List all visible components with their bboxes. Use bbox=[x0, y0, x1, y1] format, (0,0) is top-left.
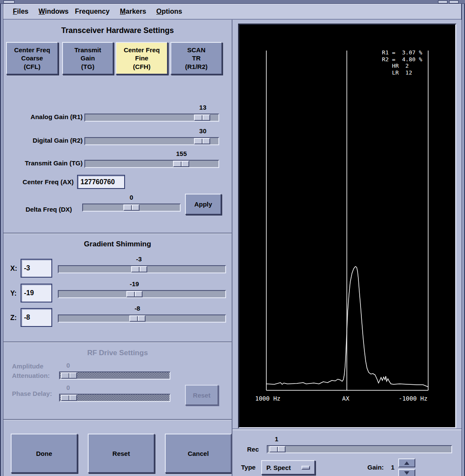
shim-z-slider-thumb[interactable] bbox=[129, 315, 146, 322]
center-freq-label: Center Freq (AX) bbox=[3, 178, 74, 186]
rec-row: Rec 1 bbox=[232, 433, 462, 454]
window-titlebar bbox=[0, 0, 465, 4]
menu-files[interactable]: Files bbox=[13, 8, 28, 15]
amplitude-attenuation-slider bbox=[59, 371, 170, 380]
window-menu-button[interactable] bbox=[3, 0, 15, 3]
analog-gain-slider[interactable] bbox=[84, 114, 219, 122]
section-divider bbox=[3, 233, 232, 234]
spectrum-plot: R1 = 3.07 % R2 = 4.80 % HR 2 LR 12 1000 … bbox=[238, 24, 456, 428]
mode-button-scan-tr[interactable]: SCAN TR (R1/R2) bbox=[170, 42, 222, 75]
analog-gain-label: Analog Gain (R1) bbox=[3, 113, 83, 120]
mode-button-transmit-gain[interactable]: Transmit Gain (TG) bbox=[62, 42, 113, 75]
phase-delay-slider-thumb bbox=[61, 395, 77, 401]
center-freq-input[interactable] bbox=[77, 175, 125, 189]
cancel-button[interactable]: Cancel bbox=[165, 434, 232, 473]
shim-y-label: Y: bbox=[10, 290, 17, 297]
spectrum-canvas bbox=[239, 25, 455, 427]
delta-freq-slider[interactable] bbox=[82, 204, 181, 212]
x-axis-center-label: AX bbox=[342, 395, 349, 402]
shim-y-input[interactable] bbox=[21, 284, 52, 302]
transmit-gain-value: 155 bbox=[176, 150, 187, 157]
amplitude-attenuation-row: Amplitude Attenuation: 0 bbox=[3, 362, 232, 382]
shim-z-slider[interactable] bbox=[58, 314, 226, 323]
rec-slider-thumb[interactable] bbox=[269, 446, 286, 452]
window-frame-left bbox=[0, 4, 3, 476]
plot-controls: Rec 1 Type P. Spect Gain: 1 bbox=[232, 428, 462, 476]
arrow-down-icon bbox=[404, 471, 409, 475]
mode-button-center-freq-coarse[interactable]: Center Freq Coarse (CFL) bbox=[6, 42, 58, 75]
shim-z-value: -8 bbox=[134, 305, 140, 312]
shim-z-input[interactable] bbox=[21, 308, 52, 327]
spectrum-trace bbox=[266, 266, 428, 387]
transmit-gain-slider-thumb[interactable] bbox=[173, 161, 189, 167]
rf-reset-button: Reset bbox=[185, 385, 218, 405]
gradient-shimming-title: Gradient Shimming bbox=[3, 240, 232, 248]
option-menu-indicator-icon bbox=[301, 466, 310, 470]
x-axis-right-label: -1000 Hz bbox=[399, 395, 427, 402]
analog-gain-row: Analog Gain (R1) 13 bbox=[3, 104, 232, 124]
panel-title: Transceiver Hardware Settings bbox=[3, 26, 232, 35]
center-freq-row: Center Freq (AX) bbox=[3, 175, 232, 190]
type-option-menu[interactable]: P. Spect bbox=[261, 460, 315, 475]
analog-gain-value: 13 bbox=[199, 104, 206, 111]
spectrum-panel: R1 = 3.07 % R2 = 4.80 % HR 2 LR 12 1000 … bbox=[232, 20, 462, 476]
gain-label: Gain: bbox=[367, 464, 384, 471]
arrow-up-icon bbox=[404, 461, 409, 465]
shim-y-slider-thumb[interactable] bbox=[126, 291, 143, 297]
digital-gain-value: 30 bbox=[199, 127, 206, 135]
rf-drive-title: RF Drive Settings bbox=[3, 349, 232, 357]
menu-bar: Files Windows Frequency Markers Options bbox=[3, 4, 461, 20]
reset-button[interactable]: Reset bbox=[88, 434, 155, 473]
gain-decrement-button[interactable] bbox=[398, 469, 415, 476]
rec-slider[interactable] bbox=[267, 445, 452, 453]
amplitude-attenuation-value: 0 bbox=[66, 362, 70, 369]
shim-y-slider[interactable] bbox=[58, 290, 226, 298]
gain-value: 1 bbox=[391, 464, 394, 471]
digital-gain-row: Digital Gain (R2) 30 bbox=[3, 127, 232, 148]
apply-button[interactable]: Apply bbox=[185, 194, 221, 215]
transceiver-settings-window: Files Windows Frequency Markers Options … bbox=[0, 0, 465, 476]
amplitude-attenuation-slider-thumb bbox=[61, 372, 77, 379]
delta-freq-slider-thumb[interactable] bbox=[123, 204, 140, 211]
type-selected-value: P. Spect bbox=[266, 464, 291, 471]
digital-gain-slider[interactable] bbox=[84, 137, 219, 145]
shim-x-input[interactable] bbox=[21, 259, 52, 278]
shim-y-value: -19 bbox=[130, 280, 139, 287]
phase-delay-value: 0 bbox=[66, 384, 70, 391]
window-maximize-button[interactable] bbox=[449, 0, 459, 3]
shim-y-row: Y: -19 bbox=[3, 284, 232, 304]
menu-markers[interactable]: Markers bbox=[120, 8, 146, 15]
menu-frequency[interactable]: Frequency bbox=[75, 8, 110, 15]
type-label: Type bbox=[241, 464, 256, 471]
window-frame-right bbox=[461, 4, 465, 476]
done-button[interactable]: Done bbox=[11, 434, 78, 473]
shim-x-value: -3 bbox=[136, 255, 142, 263]
amplitude-attenuation-label: Amplitude Attenuation: bbox=[12, 362, 50, 380]
section-divider bbox=[3, 419, 232, 420]
settings-panel: Transceiver Hardware Settings Center Fre… bbox=[3, 20, 232, 476]
phase-delay-label: Phase Delay: bbox=[12, 389, 52, 398]
shim-x-row: X: -3 bbox=[3, 259, 232, 279]
window-minimize-button[interactable] bbox=[438, 0, 447, 3]
menu-windows[interactable]: Windows bbox=[39, 8, 69, 15]
transmit-gain-slider[interactable] bbox=[84, 160, 219, 168]
shim-x-label: X: bbox=[10, 265, 17, 272]
plot-annotations: R1 = 3.07 % R2 = 4.80 % HR 2 LR 12 bbox=[382, 49, 422, 76]
transmit-gain-label: Transmit Gain (TG) bbox=[3, 159, 83, 167]
mode-button-center-freq-fine[interactable]: Center Freq Fine (CFH) bbox=[116, 42, 168, 75]
digital-gain-label: Digital Gain (R2) bbox=[3, 137, 83, 144]
delta-freq-label: Delta Freq (DX) bbox=[3, 206, 72, 213]
section-divider bbox=[3, 341, 232, 343]
transmit-gain-row: Transmit Gain (TG) 155 bbox=[3, 150, 232, 171]
menu-options[interactable]: Options bbox=[156, 8, 182, 15]
shim-x-slider-thumb[interactable] bbox=[131, 266, 147, 272]
shim-z-label: Z: bbox=[10, 314, 17, 322]
analog-gain-slider-thumb[interactable] bbox=[194, 114, 210, 121]
shim-z-row: Z: -8 bbox=[3, 308, 232, 329]
gain-increment-button[interactable] bbox=[398, 458, 415, 467]
shim-x-slider[interactable] bbox=[58, 265, 226, 273]
digital-gain-slider-thumb[interactable] bbox=[194, 138, 210, 144]
x-axis-left-label: 1000 Hz bbox=[255, 395, 280, 402]
phase-delay-slider bbox=[59, 394, 170, 402]
rec-value: 1 bbox=[275, 435, 278, 443]
